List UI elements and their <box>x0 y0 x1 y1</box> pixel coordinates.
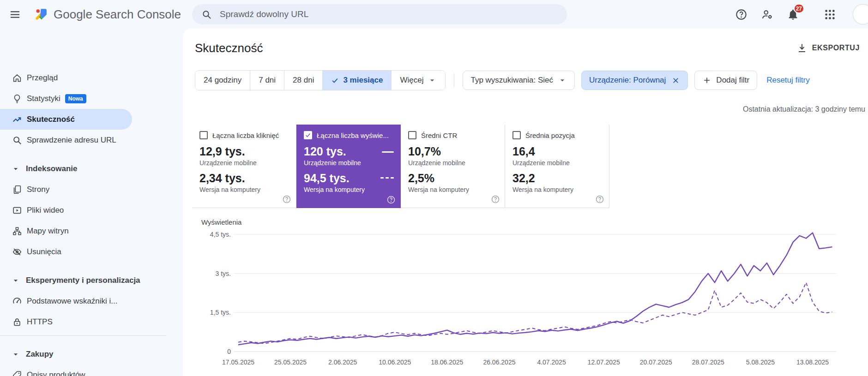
x-tick-label: 4.07.2025 <box>537 358 566 366</box>
x-tick-label: 12.07.2025 <box>588 358 620 366</box>
video-icon <box>12 205 22 215</box>
app-header: Google Search Console 27 <box>0 0 868 29</box>
add-filter-button[interactable]: Dodaj filtr <box>694 71 757 90</box>
range-24-godziny-button[interactable]: 24 godziny <box>195 71 250 90</box>
y-tick-label: 4,5 tys. <box>210 231 231 238</box>
sidebar-item-strony[interactable]: Strony <box>0 179 183 200</box>
device-filter-chip[interactable]: Urządzenie: Porównaj <box>581 71 688 90</box>
range-28-dni-button[interactable]: 28 dni <box>284 71 322 90</box>
checkbox-unchecked[interactable] <box>199 131 208 139</box>
new-badge: Nowa <box>65 94 86 103</box>
chevron-down-icon <box>428 76 437 85</box>
sitemap-icon <box>12 226 22 236</box>
notifications-button[interactable]: 27 <box>785 6 801 22</box>
range-3-miesiace-button[interactable]: 3 miesiące <box>322 71 391 90</box>
sidebar-section-eksperymenty-i-personalizacja[interactable]: Eksperymenty i personalizacja <box>0 270 183 291</box>
sidebar-item-opisy-produktow[interactable]: Opisy produktów <box>0 364 183 376</box>
url-inspection-searchbox[interactable] <box>192 4 567 24</box>
range-7-dni-button[interactable]: 7 dni <box>250 71 284 90</box>
checkbox-unchecked[interactable] <box>512 131 521 139</box>
search-console-app: Google Search Console 27 PrzeglądStatyst… <box>0 0 868 376</box>
metric-value-mobile: 12,9 tys. <box>199 145 289 158</box>
search-type-filter-button[interactable]: Typ wyszukiwania: Sieć <box>463 71 575 90</box>
sidebar-item-mapy-witryn[interactable]: Mapy witryn <box>0 221 183 241</box>
gauge-icon <box>12 296 22 306</box>
main-content: Skuteczność EKSPORTUJ 24 godziny7 dni28 … <box>183 29 868 376</box>
x-tick-label: 18.06.2025 <box>431 358 463 366</box>
metric-value-mobile: 10,7% <box>408 145 497 158</box>
lock-icon <box>12 317 22 327</box>
trending-up-icon <box>12 114 22 125</box>
chevron-down-icon <box>11 164 20 173</box>
dashed-line-indicator <box>380 177 394 179</box>
sidebar-item-pliki-wideo[interactable]: Pliki wideo <box>0 200 183 221</box>
download-icon <box>796 42 808 54</box>
plus-icon <box>702 76 711 85</box>
search-icon <box>201 9 212 20</box>
chevron-down-icon <box>558 76 567 85</box>
metric-card-header: Średni CTR <box>408 131 497 139</box>
export-button[interactable]: EKSPORTUJ <box>793 40 863 56</box>
sidebar-section-label: Eksperymenty i personalizacja <box>26 276 140 285</box>
x-tick-label: 13.08.2025 <box>796 358 829 366</box>
sidebar-item-label: Sprawdzenie adresu URL <box>27 136 116 145</box>
help-button[interactable] <box>733 6 749 22</box>
metric-sublabel-mobile: Urządzenie mobilne <box>304 159 393 167</box>
y-tick-label: 3 tys. <box>216 270 231 277</box>
metric-label: Średnia pozycja <box>525 131 575 139</box>
sidebar-section-zakupy[interactable]: Zakupy <box>0 344 183 364</box>
x-tick-label: 20.07.2025 <box>640 358 672 366</box>
checkbox-unchecked[interactable] <box>408 131 416 139</box>
url-search-input[interactable] <box>219 9 558 20</box>
filter-bar: 24 godziny7 dni28 dni3 miesiąceWięcej Ty… <box>195 70 810 90</box>
app-title: Google Search Console <box>54 7 181 22</box>
visibility-off-icon <box>12 247 22 257</box>
help-icon[interactable] <box>595 195 604 204</box>
range-label: 3 miesiące <box>343 76 383 85</box>
export-label: EKSPORTUJ <box>812 44 860 52</box>
title-row: Skuteczność EKSPORTUJ <box>195 40 863 56</box>
range-label: 7 dni <box>259 76 276 85</box>
metric-value-desktop: 94,5 tys. <box>304 172 393 185</box>
app-logo: Google Search Console <box>33 7 181 22</box>
user-settings-button[interactable] <box>759 6 775 22</box>
sidebar-item-label: Podstawowe wskaźniki i... <box>27 297 118 306</box>
date-range-group: 24 godziny7 dni28 dni3 miesiąceWięcej <box>195 70 446 90</box>
sidebar-item-sprawdzenie-adresu-url[interactable]: Sprawdzenie adresu URL <box>0 130 183 150</box>
sidebar-divider <box>0 335 166 336</box>
help-icon[interactable] <box>282 195 291 204</box>
metric-card-aczna-liczba-klikniec[interactable]: Łączna liczba kliknięć12,9 tys.Urządzeni… <box>192 125 296 208</box>
close-icon[interactable] <box>671 76 680 85</box>
metric-cards-row: Łączna liczba kliknięć12,9 tys.Urządzeni… <box>192 125 609 208</box>
metric-card-aczna-liczba-wyswie[interactable]: Łączna liczba wyświe...120 tys.Urządzeni… <box>296 125 401 208</box>
user-settings-icon <box>761 8 773 21</box>
sidebar-item-label: Strony <box>27 185 49 194</box>
sidebar-item-skutecznosc[interactable]: Skuteczność <box>0 109 132 130</box>
metric-card-sredni-ctr[interactable]: Średni CTR10,7%Urządzenie mobilne2,5%Wer… <box>401 125 505 208</box>
lightbulb-icon <box>12 94 22 104</box>
help-icon[interactable] <box>386 195 396 204</box>
add-filter-label: Dodaj filtr <box>716 76 749 85</box>
range-wiecej-button[interactable]: Więcej <box>391 71 445 90</box>
search-type-label: Typ wyszukiwania: Sieć <box>470 76 553 85</box>
sidebar-item-label: Pliki wideo <box>27 206 64 215</box>
hamburger-menu-button[interactable] <box>4 3 26 25</box>
google-apps-button[interactable] <box>822 6 838 22</box>
metric-card-srednia-pozycja[interactable]: Średnia pozycja16,4Urządzenie mobilne32,… <box>505 125 609 208</box>
sidebar-section-indeksowanie[interactable]: Indeksowanie <box>0 158 183 179</box>
metric-sublabel-mobile: Urządzenie mobilne <box>512 159 602 167</box>
sidebar-item-podstawowe-wskazniki-i[interactable]: Podstawowe wskaźniki i... <box>0 291 183 311</box>
x-tick-label: 17.05.2025 <box>222 358 254 366</box>
sidebar-item-statystyki[interactable]: StatystykiNowa <box>0 88 183 109</box>
help-icon <box>735 8 747 21</box>
checkbox-checked[interactable] <box>304 131 312 139</box>
avatar[interactable] <box>853 5 868 24</box>
sidebar-item-usuniecia[interactable]: Usunięcia <box>0 241 183 262</box>
help-icon[interactable] <box>491 195 500 204</box>
sidebar-item-przeglad[interactable]: Przegląd <box>0 67 183 88</box>
device-filter-label: Urządzenie: Porównaj <box>589 76 666 85</box>
sidebar-item-label: Mapy witryn <box>27 227 69 236</box>
search-icon <box>12 135 22 145</box>
sidebar-item-https[interactable]: HTTPS <box>0 311 183 332</box>
reset-filters-link[interactable]: Resetuj filtry <box>766 76 810 85</box>
